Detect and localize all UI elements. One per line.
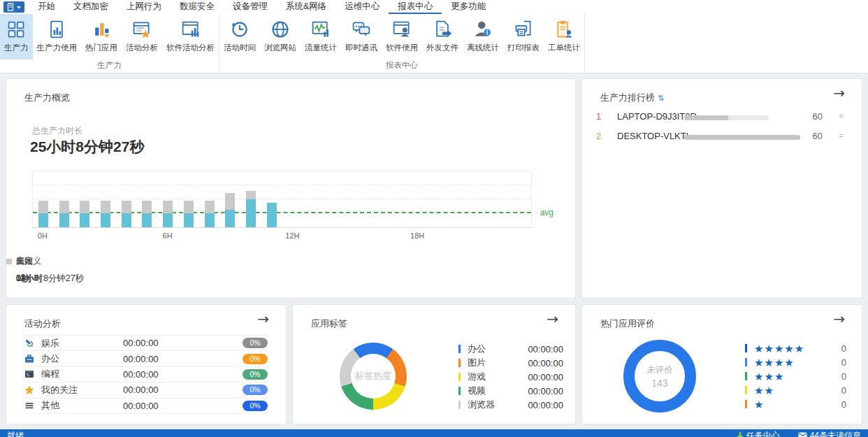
task-center-button[interactable]: 任务中心 xyxy=(737,430,780,437)
ranking-row[interactable]: 2 DESKTOP-VLKTL... 60 = xyxy=(582,131,862,145)
star-rating-2: ★★ xyxy=(754,385,774,396)
download-arrow-icon xyxy=(737,432,744,437)
panel-detail-arrow-icon[interactable]: → xyxy=(547,312,558,326)
rating-count: 0 xyxy=(841,399,846,410)
ribbon-item-software-activity[interactable]: 软件活动分析 xyxy=(162,14,219,59)
chart-bar-segment xyxy=(101,201,110,213)
legend-tick xyxy=(458,387,461,395)
ribbon-item-ticket-stats[interactable]: 工单统计 xyxy=(544,14,584,59)
chart-bar-segment xyxy=(80,213,89,227)
ribbon-item-traffic-stats[interactable]: 流量统计 xyxy=(301,14,341,59)
messages-icon xyxy=(798,432,807,437)
rating-row: ★ 0 xyxy=(745,397,846,411)
dashboard-content: 生产力概览 总生产力时长 25小时8分钟27秒 avg 0H 6H 12H 18… xyxy=(0,73,868,429)
chart-bar-segment xyxy=(163,213,173,227)
clipboard-person-icon xyxy=(554,19,574,40)
ribbon-item-productivity[interactable]: 生产力 xyxy=(0,14,33,59)
panel-detail-arrow-icon[interactable]: → xyxy=(833,312,845,326)
score-value: 60 xyxy=(813,111,823,122)
ribbon-item-browse-web[interactable]: 浏览网站 xyxy=(260,14,301,59)
chart-bar-segment xyxy=(184,213,194,227)
panel-detail-arrow-icon[interactable]: → xyxy=(257,312,269,326)
ribbon-item-offline-stats[interactable]: 离线统计 xyxy=(463,14,503,59)
ribbon-toolbar: 生产力 生产力使用 热门应用 xyxy=(0,14,868,73)
chart-bar-segment xyxy=(142,213,152,227)
rating-count: 0 xyxy=(841,385,846,396)
ribbon-item-outgoing-files[interactable]: 外发文件 xyxy=(422,14,463,59)
rating-count: 0 xyxy=(841,371,846,382)
chart-bar-segment xyxy=(205,201,215,213)
tag-time: 00:00:00 xyxy=(528,372,563,382)
ribbon-item-label: 生产力 xyxy=(4,43,29,53)
activity-time: 00:00:00 xyxy=(123,354,159,364)
ribbon-group-report-center: 活动时间 浏览网站 流量统计 xyxy=(219,14,585,73)
ribbon-item-label: 活动分析 xyxy=(126,43,158,53)
tag-legend-row: 视频 00:00:00 xyxy=(458,384,563,398)
ribbon-item-label: 即时通讯 xyxy=(345,43,377,53)
status-ready-text: 就绪 xyxy=(7,430,24,437)
panel-productivity-ranking: 生产力排行榜⇅ → 1 LAPTOP-D9J3IT0R 60 = 2 DESKT… xyxy=(581,78,862,299)
activity-percent-badge: 0% xyxy=(243,385,268,395)
menu-item-doc-encrypt[interactable]: 文档加密 xyxy=(64,0,117,14)
chart-bar-segment xyxy=(38,201,48,213)
donut-center-label: 标签热度 xyxy=(355,370,391,382)
menu-item-web-behavior[interactable]: 上网行为 xyxy=(117,0,171,14)
document-chart-icon xyxy=(46,19,67,40)
menu-item-ops-center[interactable]: 运维中心 xyxy=(335,0,389,14)
menu-item-data-security[interactable]: 数据安全 xyxy=(171,0,224,14)
ratings-center-label: 未评价 xyxy=(646,364,673,376)
briefcase-icon xyxy=(24,354,36,364)
ribbon-item-activity-time[interactable]: 活动时间 xyxy=(219,14,260,59)
panel-title: 生产力概览 xyxy=(24,92,70,104)
legend-tick xyxy=(745,344,747,352)
chart-gridline xyxy=(33,185,531,185)
ribbon-item-label: 离线统计 xyxy=(467,43,499,53)
chart-gridline xyxy=(33,199,531,199)
activity-percent-badge: 0% xyxy=(243,338,268,348)
menu-item-more[interactable]: 更多功能 xyxy=(442,0,495,14)
rating-row: ★★ 0 xyxy=(745,383,846,397)
score-bar xyxy=(684,135,800,140)
ribbon-item-instant-messaging[interactable]: 即时通讯 xyxy=(341,14,382,59)
menu-item-device-mgmt[interactable]: 设备管理 xyxy=(224,0,277,14)
chart-bar-segment xyxy=(246,199,256,227)
menu-item-system-network[interactable]: 系统&网络 xyxy=(277,0,335,14)
panel-detail-arrow-icon[interactable]: → xyxy=(833,86,845,100)
code-window-icon xyxy=(24,369,36,379)
activity-row[interactable]: 编程 00:00:00 0% xyxy=(24,367,269,382)
activity-row[interactable]: 其他 00:00:00 0% xyxy=(24,399,269,414)
sort-icon[interactable]: ⇅ xyxy=(658,94,664,103)
unread-messages-label: 44条未读信息 xyxy=(810,430,861,437)
activity-percent-badge: 0% xyxy=(243,401,268,411)
chart-bar-segment xyxy=(225,210,235,227)
app-menu-button[interactable] xyxy=(3,1,24,13)
ribbon-item-print-report[interactable]: 打印报表 xyxy=(503,14,544,59)
activity-row[interactable]: 我的关注 00:00:00 0% xyxy=(24,382,269,398)
ribbon-item-hot-apps[interactable]: 热门应用 xyxy=(81,14,122,59)
tag-time: 00:00:00 xyxy=(528,386,563,396)
panel-app-ratings: 热门应用评价 → 未评价 143 ★★★★★ 0 ★★★★ 0 xyxy=(581,304,862,424)
window-pulse-icon xyxy=(310,19,331,40)
rating-row: ★★★ 0 xyxy=(745,369,846,383)
ratings-center-value: 143 xyxy=(651,378,667,389)
statusbar: 就绪 任务中心 44条未读信息 xyxy=(0,429,868,437)
unread-messages-button[interactable]: 44条未读信息 xyxy=(798,430,861,437)
ratings-donut: 未评价 143 xyxy=(623,340,696,413)
ribbon-group-label-report-center: 报表中心 xyxy=(219,59,584,73)
ranking-row[interactable]: 1 LAPTOP-D9J3IT0R 60 = xyxy=(582,111,862,125)
ribbon-item-activity-analysis[interactable]: 活动分析 xyxy=(122,14,162,59)
activity-row[interactable]: 办公 00:00:00 0% xyxy=(24,351,269,366)
chat-bubbles-icon xyxy=(351,19,372,40)
ribbon-item-software-usage[interactable]: 软件使用 xyxy=(382,14,422,59)
menu-item-start[interactable]: 开始 xyxy=(29,0,64,14)
menu-item-report-center[interactable]: 报表中心 xyxy=(389,0,442,14)
ribbon-item-productivity-usage[interactable]: 生产力使用 xyxy=(33,14,82,59)
tag-label: 办公 xyxy=(468,343,486,355)
ribbon-item-label: 工单统计 xyxy=(548,43,580,53)
activity-row[interactable]: 娱乐 00:00:00 0% xyxy=(24,336,269,351)
total-duration-label: 总生产力时长 xyxy=(32,125,82,137)
chevron-down-icon xyxy=(17,6,21,9)
trend-equal-icon: = xyxy=(839,131,844,140)
chart-bar-segment xyxy=(59,201,69,213)
chart-bar-segment xyxy=(122,201,131,213)
